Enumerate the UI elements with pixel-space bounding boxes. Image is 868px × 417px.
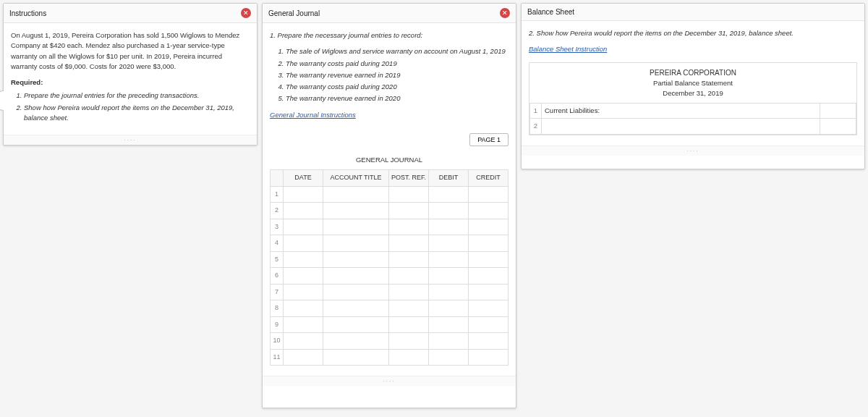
close-icon[interactable]: ✕ xyxy=(500,8,510,18)
post-ref-cell[interactable] xyxy=(389,219,429,235)
date-cell[interactable] xyxy=(284,251,323,268)
post-ref-cell[interactable] xyxy=(389,268,429,285)
rownum-cell: 5 xyxy=(271,251,284,268)
close-icon[interactable]: ✕ xyxy=(241,8,251,18)
date-cell[interactable] xyxy=(284,268,323,285)
credit-cell[interactable] xyxy=(469,235,509,252)
gj-sub-item: The warranty revenue earned in 2019 xyxy=(286,70,509,80)
credit-cell[interactable] xyxy=(469,203,509,219)
post-ref-cell[interactable] xyxy=(389,251,429,268)
table-row: 1Current Liabilities: xyxy=(530,104,856,119)
general-journal-instructions-link[interactable]: General Journal Instructions xyxy=(270,110,356,120)
post-ref-cell[interactable] xyxy=(389,316,429,333)
balance-sheet-instructions-link[interactable]: Balance Sheet Instruction xyxy=(529,44,607,54)
credit-cell[interactable] xyxy=(469,333,509,350)
date-cell[interactable] xyxy=(284,219,323,235)
account-title-cell[interactable] xyxy=(323,251,389,268)
post-ref-cell[interactable] xyxy=(389,186,429,203)
credit-cell[interactable] xyxy=(469,268,509,285)
table-row: 4 xyxy=(271,235,509,252)
panel-balance-sheet: Balance Sheet 2. Show how Pereira would … xyxy=(521,3,865,169)
debit-cell[interactable] xyxy=(429,203,469,219)
required-item: Prepare the journal entries for the prec… xyxy=(24,90,250,101)
table-row: 7 xyxy=(271,284,509,300)
debit-cell[interactable] xyxy=(429,300,469,317)
post-ref-cell[interactable] xyxy=(389,203,429,219)
rownum-cell: 1 xyxy=(530,104,542,119)
date-cell[interactable] xyxy=(284,235,323,252)
page-button[interactable]: PAGE 1 xyxy=(469,133,509,146)
resize-grip[interactable]: ···· xyxy=(263,376,516,386)
account-title-cell[interactable] xyxy=(323,300,389,317)
account-title-cell[interactable] xyxy=(323,219,389,235)
col-rownum xyxy=(271,170,284,187)
bs-amount-cell[interactable] xyxy=(820,104,856,119)
account-title-cell[interactable] xyxy=(323,333,389,350)
debit-cell[interactable] xyxy=(429,268,469,285)
debit-cell[interactable] xyxy=(429,316,469,333)
debit-cell[interactable] xyxy=(429,333,469,350)
panel-instructions-header: Instructions ✕ xyxy=(4,4,257,23)
debit-cell[interactable] xyxy=(429,186,469,203)
credit-cell[interactable] xyxy=(469,284,509,300)
panel-balance-sheet-title: Balance Sheet xyxy=(527,8,574,16)
account-title-cell[interactable] xyxy=(323,203,389,219)
account-title-cell[interactable] xyxy=(323,268,389,285)
credit-cell[interactable] xyxy=(469,186,509,203)
date-cell[interactable] xyxy=(284,349,323,366)
date-cell[interactable] xyxy=(284,333,323,350)
credit-cell[interactable] xyxy=(469,316,509,333)
table-row: 2 xyxy=(271,203,509,219)
post-ref-cell[interactable] xyxy=(389,300,429,317)
debit-cell[interactable] xyxy=(429,349,469,366)
table-row: 6 xyxy=(271,268,509,285)
resize-grip[interactable]: ···· xyxy=(522,146,864,156)
account-title-cell[interactable] xyxy=(323,284,389,300)
gj-sub-item: The warranty costs paid during 2019 xyxy=(286,59,509,69)
post-ref-cell[interactable] xyxy=(389,349,429,366)
date-cell[interactable] xyxy=(284,300,323,317)
post-ref-cell[interactable] xyxy=(389,284,429,300)
credit-cell[interactable] xyxy=(469,300,509,317)
panel-collapse-tab[interactable] xyxy=(0,90,4,111)
panel-general-journal-title: General Journal xyxy=(268,9,320,17)
date-cell[interactable] xyxy=(284,203,323,219)
account-title-cell[interactable] xyxy=(323,186,389,203)
account-title-cell[interactable] xyxy=(323,235,389,252)
bs-label-cell[interactable] xyxy=(542,119,820,134)
post-ref-cell[interactable] xyxy=(389,235,429,252)
table-row: 2 xyxy=(530,119,856,134)
table-row: 9 xyxy=(271,316,509,333)
gj-sub-item: The warranty revenue earned in 2020 xyxy=(286,93,509,104)
required-label: Required: xyxy=(11,77,250,88)
bs-label-cell[interactable]: Current Liabilities: xyxy=(542,104,820,119)
resize-grip[interactable]: ···· xyxy=(4,135,257,145)
journal-header-row: DATE ACCOUNT TITLE POST. REF. DEBIT CRED… xyxy=(271,170,509,187)
panel-instructions-title: Instructions xyxy=(9,9,46,17)
account-title-cell[interactable] xyxy=(323,349,389,366)
col-post-ref: POST. REF. xyxy=(389,170,429,187)
credit-cell[interactable] xyxy=(469,349,509,366)
rownum-cell: 6 xyxy=(271,268,284,285)
rownum-cell: 10 xyxy=(271,333,284,350)
credit-cell[interactable] xyxy=(469,219,509,235)
debit-cell[interactable] xyxy=(429,284,469,300)
bs-intro: 2. Show how Pereira would report the ite… xyxy=(529,28,857,38)
date-cell[interactable] xyxy=(284,186,323,203)
date-cell[interactable] xyxy=(284,284,323,300)
debit-cell[interactable] xyxy=(429,251,469,268)
post-ref-cell[interactable] xyxy=(389,333,429,350)
rownum-cell: 8 xyxy=(271,300,284,317)
debit-cell[interactable] xyxy=(429,219,469,235)
debit-cell[interactable] xyxy=(429,235,469,252)
bs-amount-cell[interactable] xyxy=(820,119,856,134)
date-cell[interactable] xyxy=(284,316,323,333)
journal-table-title: GENERAL JOURNAL xyxy=(270,151,509,169)
rownum-cell: 3 xyxy=(271,219,284,235)
credit-cell[interactable] xyxy=(469,251,509,268)
col-credit: CREDIT xyxy=(469,170,509,187)
workspace: Instructions ✕ On August 1, 2019, Pereir… xyxy=(3,3,865,408)
rownum-cell: 9 xyxy=(271,316,284,333)
account-title-cell[interactable] xyxy=(323,316,389,333)
rownum-cell: 1 xyxy=(271,186,284,203)
